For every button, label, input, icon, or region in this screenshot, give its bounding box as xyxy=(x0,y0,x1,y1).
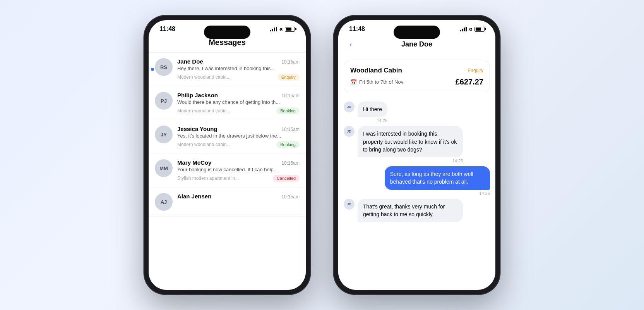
avatar-jy: JY xyxy=(155,126,173,143)
messages-list: RS Jane Doe 10:15am Hey there, I was int… xyxy=(149,53,306,290)
battery-icon-2 xyxy=(474,27,485,32)
time-1: 11:48 xyxy=(159,26,175,33)
property-name-4: Stylish modern apartment in... xyxy=(177,176,239,181)
chat-bubble-2: I was interested in booking this propert… xyxy=(358,126,463,157)
message-time-3: 10:15am xyxy=(281,127,300,132)
message-item-2[interactable]: PJ Philip Jackson 10:15am Would there be… xyxy=(149,86,306,120)
phone-messages: 11:48 𝛂 Messages RS Jane Doe xyxy=(144,16,310,294)
avatar-aj: AJ xyxy=(155,193,173,211)
chat-time-1: 14:25 xyxy=(377,118,388,123)
phone-screen-1: 11:48 𝛂 Messages RS Jane Doe xyxy=(149,20,306,290)
status-badge-2: Booking xyxy=(276,107,300,114)
chat-avatar-jd-4: JD xyxy=(344,199,355,210)
chat-bubble-1: Hi there xyxy=(358,102,387,117)
property-name-2: Modern woodland cabin... xyxy=(177,108,230,114)
message-time-5: 10:15am xyxy=(281,194,300,200)
avatar-pj: PJ xyxy=(155,92,173,110)
message-preview-4: Your booking is now cancelled. If I can … xyxy=(177,167,300,172)
booking-property-title: Woodland Cabin xyxy=(350,67,402,74)
sender-name-3: Jessica Young xyxy=(177,126,218,132)
wifi-icon-1: 𝛂 xyxy=(279,26,283,32)
chat-avatar-jd-1: JD xyxy=(344,102,355,112)
chat-messages: JD Hi there 14:25 JD I was interested in… xyxy=(338,97,495,290)
avatar-mm: MM xyxy=(155,159,173,177)
message-preview-1: Hey there, I was interested in booking t… xyxy=(177,65,300,71)
sender-name-2: Philip Jackson xyxy=(177,92,218,98)
chat-row-2: JD I was interested in booking this prop… xyxy=(344,126,490,163)
chat-row-1: JD Hi there 14:25 xyxy=(344,102,490,123)
chat-bubble-wrap-4: That's great, thanks very much for getti… xyxy=(358,199,463,222)
calendar-icon: 📅 xyxy=(350,79,357,85)
phone-screen-2: 11:48 𝛂 ‹ Jane Doe Woodland Cabin Enquir… xyxy=(338,20,495,290)
status-badge-3: Booking xyxy=(276,141,300,148)
message-time-4: 10:15am xyxy=(281,160,300,166)
message-content-2: Philip Jackson 10:15am Would there be an… xyxy=(177,92,300,114)
message-item-4[interactable]: MM Mary McCoy 10:15am Your booking is no… xyxy=(149,154,306,188)
chat-avatar-jd-2: JD xyxy=(344,126,355,137)
dynamic-island-2 xyxy=(394,26,440,39)
signal-icon-1 xyxy=(270,27,277,31)
chat-bubble-wrap-1: Hi there 14:25 xyxy=(358,102,387,123)
time-2: 11:48 xyxy=(349,26,365,33)
chat-bubble-3: Sure, as long as they are both well beha… xyxy=(385,166,490,190)
wifi-icon-2: 𝛂 xyxy=(469,26,472,32)
chat-time-3: 14:25 xyxy=(479,191,490,196)
booking-date-range: Fri 5th to 7th of Nov xyxy=(359,79,403,85)
signal-icon-2 xyxy=(460,27,467,31)
booking-card: Woodland Cabin Enquiry 📅 Fri 5th to 7th … xyxy=(344,61,490,92)
dynamic-island-1 xyxy=(204,26,250,39)
chat-bubble-wrap-2: I was interested in booking this propert… xyxy=(358,126,463,163)
status-badge-1: Enquiry xyxy=(277,74,300,81)
message-preview-3: Yes, it's located in the drawers just be… xyxy=(177,133,300,139)
chat-bubble-4: That's great, thanks very much for getti… xyxy=(358,199,463,222)
message-time-1: 10:15am xyxy=(281,59,300,65)
sender-name-1: Jane Doe xyxy=(177,58,203,65)
status-badge-4: Cancelled xyxy=(273,175,300,182)
booking-enquiry-badge: Enquiry xyxy=(468,68,483,73)
phone-chat: 11:48 𝛂 ‹ Jane Doe Woodland Cabin Enquir… xyxy=(334,16,500,294)
status-icons-2: 𝛂 xyxy=(460,26,485,32)
chat-row-3: Sure, as long as they are both well beha… xyxy=(344,166,490,196)
message-time-2: 10:15am xyxy=(281,93,300,98)
chat-time-2: 14:25 xyxy=(452,158,463,163)
message-content-1: Jane Doe 10:15am Hey there, I was intere… xyxy=(177,58,300,81)
property-name-3: Modern woodland cabin... xyxy=(177,142,230,147)
battery-icon-1 xyxy=(285,27,295,32)
message-item-5[interactable]: AJ Alan Jensen 10:15am xyxy=(149,188,306,217)
message-content-4: Mary McCoy 10:15am Your booking is now c… xyxy=(177,159,300,182)
message-item-1[interactable]: RS Jane Doe 10:15am Hey there, I was int… xyxy=(149,53,306,86)
message-preview-2: Would there be any chance of getting int… xyxy=(177,99,300,105)
message-content-3: Jessica Young 10:15am Yes, it's located … xyxy=(177,126,300,148)
avatar-rs: RS xyxy=(155,58,173,76)
message-content-5: Alan Jensen 10:15am xyxy=(177,193,300,200)
booking-price: £627.27 xyxy=(456,78,483,86)
chat-row-4: JD That's great, thanks very much for ge… xyxy=(344,199,490,222)
back-button[interactable]: ‹ xyxy=(344,38,357,50)
status-icons-1: 𝛂 xyxy=(270,26,295,32)
sender-name-5: Alan Jensen xyxy=(177,193,211,200)
chat-bubble-wrap-3: Sure, as long as they are both well beha… xyxy=(385,166,490,196)
sender-name-4: Mary McCoy xyxy=(177,159,211,166)
message-item-3[interactable]: JY Jessica Young 10:15am Yes, it's locat… xyxy=(149,120,306,154)
property-name-1: Modern woodland cabin... xyxy=(177,74,230,80)
chat-title: Jane Doe xyxy=(357,40,477,48)
